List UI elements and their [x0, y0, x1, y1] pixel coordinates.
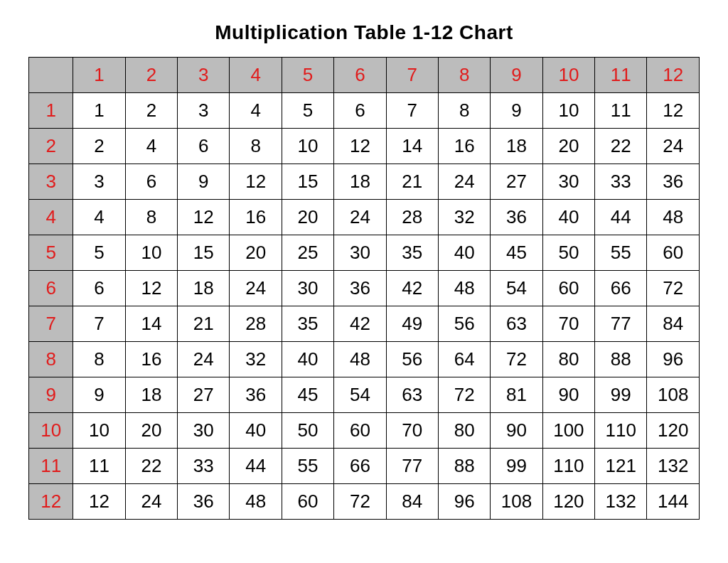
cell: 8: [230, 129, 282, 164]
col-header: 4: [230, 58, 282, 93]
cell: 7: [386, 93, 438, 129]
page-title: Multiplication Table 1-12 Chart: [28, 21, 700, 44]
cell: 32: [438, 200, 490, 235]
cell: 108: [491, 484, 542, 520]
cell: 30: [282, 271, 333, 306]
cell: 12: [125, 271, 177, 306]
cell: 8: [125, 200, 177, 235]
row-header: 12: [29, 484, 73, 520]
row-header: 5: [29, 235, 73, 271]
cell: 110: [595, 413, 647, 449]
cell: 30: [542, 164, 594, 200]
cell: 15: [282, 164, 333, 200]
cell: 40: [542, 200, 594, 235]
cell: 6: [73, 271, 125, 306]
cell: 77: [595, 306, 647, 342]
cell: 121: [595, 449, 647, 484]
cell: 50: [282, 413, 333, 449]
cell: 10: [125, 235, 177, 271]
cell: 2: [125, 93, 177, 129]
cell: 90: [542, 377, 594, 413]
cell: 6: [178, 129, 230, 164]
cell: 18: [491, 129, 542, 164]
col-header: 2: [125, 58, 177, 93]
cell: 9: [178, 164, 230, 200]
cell: 36: [230, 377, 282, 413]
col-header: 1: [73, 58, 125, 93]
cell: 20: [125, 413, 177, 449]
row-header: 7: [29, 306, 73, 342]
cell: 12: [334, 129, 386, 164]
row-header: 3: [29, 164, 73, 200]
col-header: 12: [647, 58, 700, 93]
cell: 66: [334, 449, 386, 484]
cell: 60: [334, 413, 386, 449]
cell: 20: [230, 235, 282, 271]
cell: 84: [647, 306, 700, 342]
cell: 55: [595, 235, 647, 271]
cell: 70: [542, 306, 594, 342]
cell: 36: [647, 164, 700, 200]
cell: 24: [178, 342, 230, 377]
cell: 88: [438, 449, 490, 484]
cell: 110: [542, 449, 594, 484]
cell: 70: [386, 413, 438, 449]
cell: 64: [438, 342, 490, 377]
cell: 40: [438, 235, 490, 271]
row-header: 1: [29, 93, 73, 129]
cell: 27: [178, 377, 230, 413]
page-container: Multiplication Table 1-12 Chart 1 2 3 4 …: [0, 0, 728, 563]
cell: 80: [438, 413, 490, 449]
table-row: 10 10 20 30 40 50 60 70 80 90 100 110 12…: [29, 413, 700, 449]
cell: 48: [334, 342, 386, 377]
cell: 33: [178, 449, 230, 484]
cell: 12: [230, 164, 282, 200]
cell: 60: [282, 484, 333, 520]
cell: 144: [647, 484, 700, 520]
cell: 42: [334, 306, 386, 342]
table-row: 12 12 24 36 48 60 72 84 96 108 120 132 1…: [29, 484, 700, 520]
cell: 27: [491, 164, 542, 200]
cell: 63: [491, 306, 542, 342]
cell: 12: [647, 93, 700, 129]
col-header: 6: [334, 58, 386, 93]
cell: 49: [386, 306, 438, 342]
cell: 45: [282, 377, 333, 413]
col-header: 8: [438, 58, 490, 93]
table-row: 2 2 4 6 8 10 12 14 16 18 20 22 24: [29, 129, 700, 164]
cell: 9: [491, 93, 542, 129]
cell: 96: [647, 342, 700, 377]
cell: 30: [334, 235, 386, 271]
cell: 4: [230, 93, 282, 129]
cell: 7: [73, 306, 125, 342]
cell: 72: [647, 271, 700, 306]
cell: 56: [438, 306, 490, 342]
cell: 84: [386, 484, 438, 520]
cell: 5: [282, 93, 333, 129]
cell: 12: [178, 200, 230, 235]
cell: 54: [491, 271, 542, 306]
cell: 12: [73, 484, 125, 520]
cell: 132: [647, 449, 700, 484]
row-header: 10: [29, 413, 73, 449]
cell: 36: [178, 484, 230, 520]
cell: 2: [73, 129, 125, 164]
cell: 90: [491, 413, 542, 449]
cell: 18: [334, 164, 386, 200]
cell: 14: [386, 129, 438, 164]
cell: 48: [647, 200, 700, 235]
col-header: 7: [386, 58, 438, 93]
cell: 66: [595, 271, 647, 306]
table-row: 1 1 2 3 4 5 6 7 8 9 10 11 12: [29, 93, 700, 129]
cell: 22: [595, 129, 647, 164]
cell: 25: [282, 235, 333, 271]
cell: 24: [647, 129, 700, 164]
row-header: 6: [29, 271, 73, 306]
cell: 10: [542, 93, 594, 129]
col-header: 9: [491, 58, 542, 93]
cell: 18: [178, 271, 230, 306]
cell: 54: [334, 377, 386, 413]
cell: 11: [595, 93, 647, 129]
cell: 48: [230, 484, 282, 520]
cell: 16: [230, 200, 282, 235]
